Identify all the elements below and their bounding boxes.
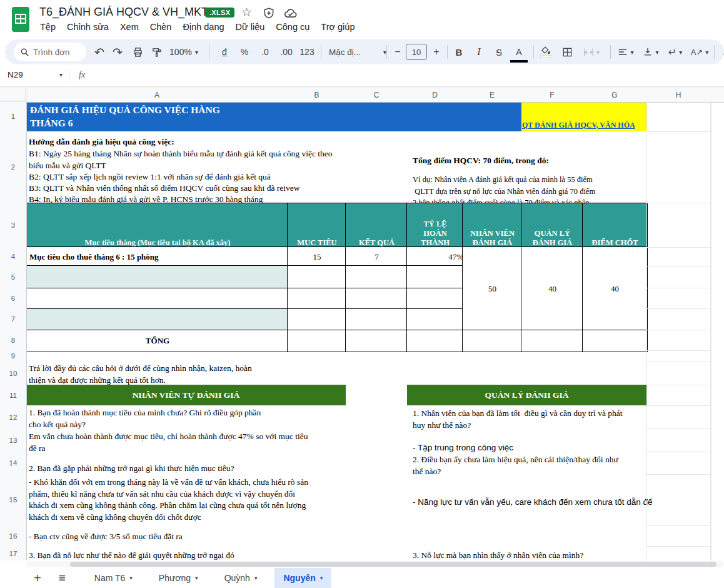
row-header[interactable]: 9 (0, 350, 27, 362)
row-header[interactable]: 16 (0, 525, 27, 547)
column-header[interactable]: D (407, 88, 463, 103)
select-all-corner[interactable] (0, 88, 26, 101)
cell-total-label[interactable]: TỔNG (26, 330, 289, 352)
column-header[interactable]: C (346, 88, 408, 103)
empty-cell[interactable] (646, 474, 711, 526)
cell-self-a2[interactable]: - Khó khăn đối với em trong tháng này là… (29, 477, 385, 523)
empty-cell[interactable] (646, 452, 711, 475)
cell-answer-intro[interactable]: Trả lời đầy đủ các câu hỏi ở dưới để cùn… (29, 363, 366, 386)
cell-total-d[interactable] (406, 330, 464, 352)
row-header[interactable]: 5 (0, 266, 27, 288)
cell-d6[interactable] (406, 288, 464, 310)
cell-b5[interactable] (287, 265, 347, 290)
cell-self-q2[interactable]: 2. Bạn đã gặp phải những trở ngại gì khi… (29, 463, 379, 475)
header-goal[interactable]: Mục tiêu tháng (Mục tiêu tại bộ KA đã xâ… (26, 203, 289, 251)
empty-cell[interactable] (646, 362, 711, 385)
tab-nam-t6[interactable]: Nam T6▾ (86, 568, 141, 588)
cell-self-q3[interactable]: 3. Bạn đã nỗ lực như thế nào để giải quy… (29, 550, 379, 560)
row-header[interactable]: 4 (0, 247, 27, 266)
cell-guide-b2[interactable]: B2: QLTT sắp xếp lịch ngồi review 1:1 vớ… (29, 171, 416, 183)
tab-quynh[interactable]: Quỳnh▾ (216, 568, 266, 588)
cell-c6[interactable] (345, 288, 408, 310)
cell-guide-b1[interactable]: B1: Ngày 25 hàng tháng Nhân sự hoàn thàn… (29, 148, 416, 171)
tab-phuong[interactable]: Phương▾ (150, 568, 207, 588)
cell-d5[interactable] (406, 265, 464, 290)
empty-cell[interactable] (646, 330, 711, 351)
row-header[interactable]: 8 (0, 330, 27, 351)
empty-cell[interactable] (646, 266, 711, 288)
cell-a7[interactable] (26, 308, 289, 332)
cell-total-e[interactable] (462, 330, 523, 352)
empty-cell[interactable] (646, 101, 711, 132)
empty-cell[interactable] (646, 203, 711, 248)
cell-d7[interactable] (406, 308, 464, 332)
cell-result[interactable]: 7 (345, 246, 408, 267)
cell-self-a1[interactable]: Em vẫn chưa hoàn thành được mục tiêu, ch… (29, 431, 385, 454)
section-self-evaluation[interactable]: NHÂN VIÊN TỰ ĐÁNH GIÁ (26, 385, 346, 405)
cell-a1-title[interactable]: ĐÁNH GIÁ HIỆU QUẢ CÔNG VIỆC HÀNG THÁNG 6 (26, 101, 521, 131)
horizontal-scrollbar[interactable] (26, 561, 724, 567)
row-header[interactable]: 10 (0, 362, 27, 385)
cell-guide-b3[interactable]: B3: QLTT và Nhân viên thống nhất số điểm… (29, 183, 416, 195)
empty-cell[interactable] (646, 405, 711, 429)
qt-link[interactable]: QT ĐÁNH GIÁ HQCV, VĂN HÓA (521, 121, 635, 131)
add-sheet-button[interactable]: + (25, 568, 50, 588)
empty-cell[interactable] (646, 350, 711, 362)
cell-self-score[interactable]: 50 (462, 246, 523, 332)
cell-total-g[interactable] (582, 330, 648, 352)
row-header[interactable]: 12 (0, 405, 27, 429)
cell-c5[interactable] (345, 265, 408, 290)
cell-goal-label[interactable]: Mục tiêu cho thuê tháng 6 : 15 phòng (26, 246, 291, 267)
cell-a5[interactable] (26, 265, 289, 290)
empty-cell[interactable] (646, 308, 711, 330)
cell-total-b[interactable] (287, 330, 347, 352)
cell-a6[interactable] (26, 288, 289, 310)
scrollbar-thumb[interactable] (70, 562, 716, 567)
column-header[interactable] (710, 88, 724, 103)
cell-self-q1[interactable]: 1. Bạn đã hoàn thành mục tiêu của mình c… (29, 407, 379, 430)
header-result[interactable]: KẾT QUẢ (345, 203, 408, 251)
cell-f1-link[interactable]: QT ĐÁNH GIÁ HQCV, VĂN HÓA (521, 101, 646, 131)
column-header[interactable]: F (521, 88, 583, 103)
all-sheets-button[interactable]: ≡ (50, 568, 74, 588)
cell-mgr-score[interactable]: 40 (521, 246, 584, 332)
empty-cell[interactable] (646, 131, 711, 203)
cell-self-a2b[interactable]: - Bạn ctv cũng về được 3/5 số mục tiêu đ… (29, 531, 379, 543)
empty-cell[interactable] (646, 288, 711, 309)
cell-guide-heading[interactable]: Hướng dẫn đánh giá hiệu quả công việc: (29, 136, 174, 148)
cell-b6[interactable] (287, 288, 347, 310)
header-final-score[interactable]: ĐIỂM CHỐT (582, 203, 648, 251)
cell-total-f[interactable] (521, 330, 584, 352)
header-rate[interactable]: TỶ LỆ HOÀN THÀNH (406, 203, 464, 251)
empty-cell[interactable] (646, 428, 711, 452)
column-header[interactable]: E (463, 88, 522, 103)
empty-cell[interactable] (646, 546, 711, 560)
row-header[interactable]: 13 (0, 428, 27, 452)
empty-cell[interactable] (646, 385, 711, 406)
row-header[interactable]: 7 (0, 308, 27, 330)
row-header[interactable]: 11 (0, 385, 27, 406)
row-header[interactable]: 6 (0, 288, 27, 309)
cell-total-c[interactable] (345, 330, 408, 352)
row-header[interactable]: 14 (0, 452, 27, 475)
cell-final-score[interactable]: 40 (582, 246, 648, 332)
column-header[interactable]: G (583, 88, 647, 103)
header-target[interactable]: MỤC TIÊU (287, 203, 347, 251)
empty-cell[interactable] (646, 525, 711, 547)
tab-nguyen-active[interactable]: Nguyên▾ (274, 568, 331, 588)
header-self-score[interactable]: NHÂN VIÊN ĐÁNH GIÁ (462, 203, 523, 251)
empty-cell[interactable] (646, 247, 711, 266)
cell-target[interactable]: 15 (287, 246, 347, 267)
column-header[interactable]: B (288, 88, 346, 103)
row-header[interactable]: 17 (0, 546, 27, 560)
row-header[interactable]: 15 (0, 474, 27, 526)
column-header[interactable]: H (646, 88, 711, 103)
row-header[interactable]: 2 (0, 131, 27, 203)
cell-score-heading[interactable]: Tổng điểm HQCV: 70 điểm, trong đó: (413, 155, 549, 167)
header-mgr-score[interactable]: QUẢN LÝ ĐÁNH GIÁ (521, 203, 584, 251)
section-manager-evaluation[interactable]: QUẢN LÝ ĐÁNH GIÁ (407, 385, 646, 405)
row-header[interactable]: 3 (0, 203, 27, 248)
cell-c7[interactable] (345, 308, 408, 332)
cell-b7[interactable] (287, 308, 347, 332)
cell-rate[interactable]: 47% (406, 246, 466, 267)
